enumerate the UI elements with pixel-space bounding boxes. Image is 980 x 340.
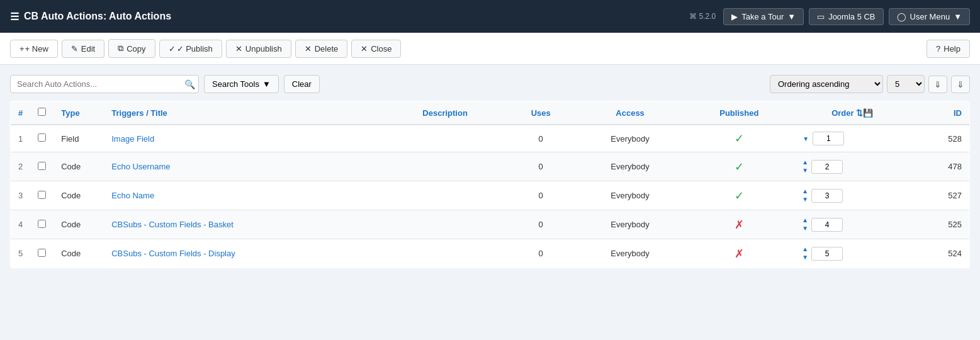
order-down-button[interactable]: ▼ [802, 135, 809, 143]
title-link[interactable]: CBSubs - Custom Fields - Basket [111, 220, 234, 229]
download-icon: ⇓ [934, 79, 942, 89]
cell-description [385, 152, 506, 181]
unpublish-button[interactable]: ✕ Unpublish [226, 40, 291, 58]
cell-num: 1 [11, 125, 31, 152]
help-button[interactable]: ? Help [926, 40, 970, 58]
delete-button[interactable]: ✕ Delete [295, 40, 348, 58]
order-up-button[interactable]: ▲ [801, 217, 809, 224]
joomla-button[interactable]: ▭ Joomla 5 CB [809, 8, 883, 25]
order-down-button[interactable]: ▼ [801, 254, 809, 261]
take-tour-button[interactable]: ▶ Take a Tour ▼ [723, 8, 804, 25]
cell-title: Image Field [104, 125, 384, 152]
search-input[interactable] [10, 75, 199, 93]
checkmark-icon: ✓ [169, 44, 176, 54]
order-arrows: ▼ [801, 135, 810, 143]
cell-access: Everybody [576, 125, 685, 152]
column-chooser-button[interactable]: ⇓ [951, 76, 970, 93]
user-menu-button[interactable]: ◯ User Menu ▼ [889, 8, 970, 25]
table-body: 1 Field Image Field 0 Everybody ✓ ▼ 528 … [11, 125, 970, 268]
auto-actions-table: # Type Triggers / Title Description Uses… [10, 101, 970, 268]
title-link[interactable]: Echo Username [111, 162, 170, 171]
title-link[interactable]: CBSubs - Custom Fields - Display [111, 249, 235, 258]
cell-uses: 0 [506, 125, 576, 152]
order-input[interactable] [811, 218, 843, 232]
table-row: 1 Field Image Field 0 Everybody ✓ ▼ 528 [11, 125, 970, 152]
search-bar-right: Ordering ascending Ordering descending I… [770, 75, 970, 93]
order-input[interactable] [813, 132, 844, 145]
cell-access: Everybody [576, 152, 685, 181]
version-badge: ⌘ 5.2.0 [689, 12, 716, 21]
download-csv-button[interactable]: ⇓ [928, 76, 947, 93]
col-triggers-title: Triggers / Title [104, 101, 384, 125]
order-up-button[interactable]: ▲ [801, 159, 809, 166]
cell-uses: 0 [506, 210, 576, 239]
row-checkbox[interactable] [38, 133, 46, 142]
order-up-button[interactable]: ▲ [801, 188, 809, 195]
search-bar: 🔍 Search Tools ▼ Clear Ordering ascendin… [10, 75, 970, 93]
order-input[interactable] [811, 247, 843, 261]
help-icon: ? [936, 44, 940, 54]
search-submit-button[interactable]: 🔍 [184, 79, 195, 89]
clear-button[interactable]: Clear [284, 75, 320, 93]
row-checkbox[interactable] [38, 220, 46, 228]
order-down-button[interactable]: ▼ [801, 196, 809, 203]
search-tools-button[interactable]: Search Tools ▼ [204, 75, 279, 93]
published-check-icon: ✓ [735, 190, 744, 202]
cell-title: Echo Name [104, 181, 384, 210]
new-button[interactable]: + + New [10, 40, 58, 58]
ordering-select[interactable]: Ordering ascending Ordering descending I… [770, 75, 883, 93]
order-input[interactable] [811, 189, 843, 203]
hamburger-icon: ☰ [10, 11, 19, 23]
row-checkbox[interactable] [38, 249, 46, 257]
title-link[interactable]: Image Field [111, 134, 154, 144]
external-link-icon: ▭ [817, 12, 825, 21]
col-description: Description [385, 101, 506, 125]
row-checkbox[interactable] [38, 162, 46, 170]
row-checkbox[interactable] [38, 191, 46, 199]
cell-checkbox [30, 152, 54, 181]
cell-order: ▲ ▼ [794, 152, 911, 181]
title-link[interactable]: Echo Name [111, 191, 154, 200]
cell-order: ▲ ▼ [794, 239, 911, 268]
column-chooser-icon: ⇓ [957, 79, 964, 89]
per-page-select[interactable]: 5 10 15 20 25 30 [887, 75, 925, 93]
order-arrows: ▲ ▼ [801, 159, 809, 174]
user-chevron-icon: ▼ [954, 12, 962, 21]
close-icon: ✕ [361, 44, 368, 54]
cell-order: ▲ ▼ [794, 181, 911, 210]
cell-num: 2 [11, 152, 31, 181]
edit-button[interactable]: ✎ Edit [62, 40, 104, 58]
cell-uses: 0 [506, 239, 576, 268]
header-title-area: ☰ CB Auto Actions: Auto Actions [10, 11, 682, 23]
copy-button[interactable]: ⧉ Copy [108, 39, 155, 58]
cell-published: ✗ [684, 239, 794, 268]
cell-title: CBSubs - Custom Fields - Basket [104, 210, 384, 239]
x-icon: ✕ [235, 44, 242, 54]
publish-button[interactable]: ✓ ✓ Publish [159, 40, 222, 58]
cell-type: Code [54, 210, 104, 239]
order-arrows: ▲ ▼ [801, 246, 809, 261]
order-down-button[interactable]: ▼ [801, 167, 809, 174]
cell-num: 4 [11, 210, 31, 239]
unpublished-cross-icon: ✗ [735, 247, 744, 260]
table-row: 2 Code Echo Username 0 Everybody ✓ ▲ ▼ 4… [11, 152, 970, 181]
cell-title: Echo Username [104, 152, 384, 181]
cell-description [385, 210, 506, 239]
cell-id: 524 [911, 239, 969, 268]
cell-published: ✓ [684, 181, 794, 210]
order-down-button[interactable]: ▼ [801, 225, 809, 232]
col-type: Type [54, 101, 104, 125]
page-title: CB Auto Actions: Auto Actions [24, 11, 171, 22]
select-all-checkbox[interactable] [38, 108, 46, 116]
order-input[interactable] [811, 160, 843, 174]
cell-checkbox [30, 181, 54, 210]
cell-published: ✓ [684, 152, 794, 181]
cell-id: 525 [911, 210, 969, 239]
order-up-button[interactable]: ▲ [801, 246, 809, 253]
delete-icon: ✕ [305, 44, 312, 54]
col-published: Published [684, 101, 794, 125]
close-button[interactable]: ✕ Close [351, 40, 401, 58]
col-num: # [11, 101, 31, 125]
cell-description [385, 239, 506, 268]
cell-id: 478 [911, 152, 969, 181]
